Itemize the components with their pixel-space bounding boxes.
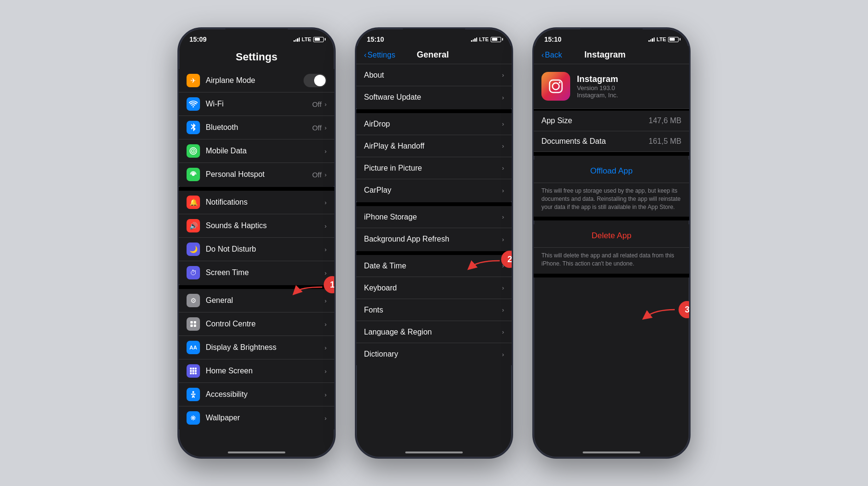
- app-version: Version 193.0: [577, 84, 618, 92]
- notifications-icon: 🔔: [187, 196, 200, 209]
- svg-rect-9: [192, 368, 194, 370]
- settings-item-display[interactable]: AA Display & Brightness ›: [179, 336, 334, 359]
- group1: About › Software Update ›: [356, 64, 512, 108]
- general-item-datetime[interactable]: Date & Time ›: [356, 255, 512, 277]
- signal-icon-2: [471, 37, 477, 42]
- nav-bar-3: ‹ Back Instagram: [534, 46, 689, 64]
- nav-back-chevron: ‹: [364, 51, 366, 59]
- svg-rect-14: [190, 372, 192, 374]
- svg-rect-16: [195, 372, 197, 374]
- iphonestorage-label: iPhone Storage: [364, 213, 502, 221]
- wifi-label: Wi-Fi: [206, 100, 312, 108]
- time-1: 15:09: [189, 35, 207, 43]
- battery-icon-3: [668, 37, 679, 42]
- general-item-softwareupdate[interactable]: Software Update ›: [356, 86, 512, 108]
- svg-rect-8: [190, 368, 192, 370]
- settings-item-homescreen[interactable]: Home Screen ›: [179, 359, 334, 383]
- settings-item-general[interactable]: ⚙ General ›: [179, 289, 334, 312]
- wallpaper-icon: ❋: [187, 411, 200, 425]
- sounds-chevron: ›: [325, 222, 327, 230]
- controlcentre-chevron: ›: [325, 321, 327, 328]
- wifi-icon: [187, 97, 200, 111]
- general-item-bgapprefresh[interactable]: Background App Refresh ›: [356, 228, 512, 250]
- settings-item-controlcentre[interactable]: Control Centre ›: [179, 312, 334, 336]
- airplane-toggle[interactable]: [304, 74, 327, 87]
- screen-content-1: Settings ✈ Airplane Mode Wi-Fi Off ›: [179, 46, 334, 452]
- offload-desc: This will free up storage used by the ap…: [534, 183, 689, 220]
- settings-item-screentime[interactable]: ⏱ Screen Time ›: [179, 261, 334, 284]
- carplay-label: CarPlay: [364, 186, 502, 195]
- delete-app-button[interactable]: Delete App: [534, 224, 689, 248]
- display-icon: AA: [187, 341, 200, 354]
- lte-badge: LTE: [302, 36, 311, 42]
- general-item-iphonestorage[interactable]: iPhone Storage ›: [356, 206, 512, 228]
- screen-content-3: Instagram Version 193.0 Instagram, Inc. …: [534, 64, 689, 449]
- nav-back-2[interactable]: ‹ Settings: [364, 51, 395, 59]
- settings-item-notifications[interactable]: 🔔 Notifications ›: [179, 191, 334, 214]
- settings-item-wifi[interactable]: Wi-Fi Off ›: [179, 93, 334, 116]
- home-indicator-3: [583, 451, 640, 453]
- settings-item-accessibility[interactable]: Accessibility ›: [179, 383, 334, 406]
- general-item-pip[interactable]: Picture in Picture ›: [356, 157, 512, 179]
- settings-item-wallpaper[interactable]: ❋ Wallpaper ›: [179, 406, 334, 429]
- mobiledata-chevron: ›: [325, 148, 327, 155]
- status-icons-1: LTE: [293, 36, 324, 42]
- accessibility-icon: [187, 388, 200, 401]
- sounds-icon: 🔊: [187, 219, 200, 232]
- wifi-chevron: ›: [325, 101, 327, 108]
- mobiledata-label: Mobile Data: [206, 147, 325, 155]
- carplay-chevron: ›: [502, 187, 504, 194]
- general-item-dictionary[interactable]: Dictionary ›: [356, 343, 512, 365]
- screentime-icon: ⏱: [187, 266, 200, 279]
- general-item-fonts[interactable]: Fonts ›: [356, 299, 512, 321]
- screen-content-2: About › Software Update › AirDrop › AirP…: [356, 64, 512, 449]
- section-connectivity: ✈ Airplane Mode Wi-Fi Off › Bluetooth: [179, 69, 334, 186]
- wallpaper-chevron: ›: [325, 415, 327, 422]
- controlcentre-icon: [187, 317, 200, 331]
- general-item-langregion[interactable]: Language & Region ›: [356, 321, 512, 343]
- fonts-chevron: ›: [502, 306, 504, 313]
- settings-item-bluetooth[interactable]: Bluetooth Off ›: [179, 116, 334, 139]
- nav-back-3[interactable]: ‹ Back: [541, 51, 562, 59]
- wifi-value: Off: [312, 100, 322, 108]
- hotspot-icon: [187, 168, 200, 181]
- svg-rect-7: [194, 324, 196, 327]
- airplane-icon: ✈: [187, 74, 200, 87]
- pip-label: Picture in Picture: [364, 164, 502, 173]
- divider-1: [179, 187, 334, 191]
- settings-item-hotspot[interactable]: Personal Hotspot Off ›: [179, 163, 334, 186]
- dnd-icon: 🌙: [187, 243, 200, 256]
- nav-title-3: Instagram: [562, 50, 648, 60]
- general-item-airplay[interactable]: AirPlay & Handoff ›: [356, 135, 512, 157]
- app-size-row: App Size 147,6 MB: [534, 111, 689, 131]
- bluetooth-label: Bluetooth: [206, 123, 312, 132]
- phone-3: 15:10 LTE ‹ Back Instagram: [532, 27, 691, 459]
- settings-item-airplane[interactable]: ✈ Airplane Mode: [179, 69, 334, 93]
- app-text-info: Instagram Version 193.0 Instagram, Inc.: [577, 74, 618, 99]
- bluetooth-chevron: ›: [325, 124, 327, 131]
- general-chevron: ›: [325, 297, 327, 304]
- battery-icon-2: [491, 37, 501, 42]
- general-item-carplay[interactable]: CarPlay ›: [356, 179, 512, 201]
- pip-chevron: ›: [502, 164, 504, 172]
- general-item-about[interactable]: About ›: [356, 64, 512, 86]
- accessibility-chevron: ›: [325, 391, 327, 398]
- sounds-label: Sounds & Haptics: [206, 221, 325, 230]
- docs-row: Documents & Data 161,5 MB: [534, 131, 689, 152]
- nav-back-chevron-3: ‹: [541, 51, 544, 59]
- settings-item-dnd[interactable]: 🌙 Do Not Disturb ›: [179, 238, 334, 261]
- general-item-airdrop[interactable]: AirDrop ›: [356, 113, 512, 135]
- settings-item-sounds[interactable]: 🔊 Sounds & Haptics ›: [179, 214, 334, 238]
- keyboard-chevron: ›: [502, 284, 504, 291]
- screentime-chevron: ›: [325, 269, 327, 277]
- homescreen-label: Home Screen: [206, 367, 325, 375]
- home-indicator-1: [228, 451, 285, 453]
- general-item-keyboard[interactable]: Keyboard ›: [356, 277, 512, 299]
- hotspot-value: Off: [312, 171, 322, 179]
- status-bar-1: 15:09 LTE: [179, 29, 334, 46]
- mobiledata-icon: [187, 144, 200, 158]
- offload-app-button[interactable]: Offload App: [534, 160, 689, 183]
- langregion-chevron: ›: [502, 328, 504, 336]
- settings-item-mobiledata[interactable]: Mobile Data ›: [179, 139, 334, 163]
- general-icon: ⚙: [187, 294, 200, 307]
